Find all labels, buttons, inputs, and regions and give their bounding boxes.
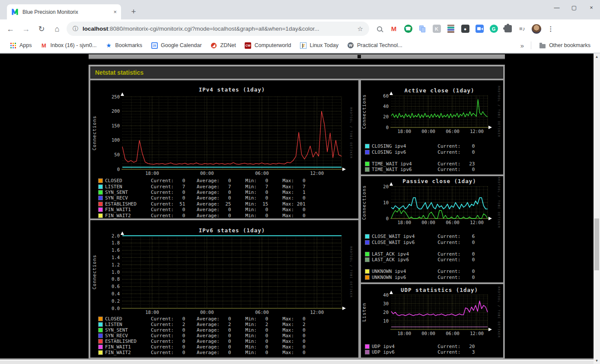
gmail-extension-icon[interactable]: M: [389, 24, 399, 34]
ipv6-states-legend: CLOSED Current: 0 Average: 0 Min: 0 Max:…: [90, 316, 358, 355]
other-bookmarks[interactable]: Other bookmarks: [536, 40, 594, 51]
legend-swatch: [365, 252, 369, 256]
bookmarks-overflow-chevron[interactable]: »: [518, 42, 527, 49]
voice-extension-icon[interactable]: ☎: [403, 24, 413, 34]
legend-text: UNKNOWN ipv6 Current: 0: [372, 275, 475, 280]
legend-text: LAST_ACK ipv6 Current: 0: [372, 257, 475, 263]
svg-text:12:00: 12:00: [310, 310, 324, 315]
passive-close-legend: CLOSE_WAIT ipv4 Current: 6CLOSE_WAIT ipv…: [361, 234, 503, 280]
legend-swatch: [99, 345, 102, 349]
monitorix-favicon-icon: [11, 8, 19, 16]
back-button[interactable]: ←: [4, 23, 16, 35]
wordpress-icon: W: [347, 42, 354, 49]
svg-text:150: 150: [112, 123, 120, 128]
legend-row: UNKNOWN ipv4 Current: 0: [361, 269, 503, 275]
udp-statistics-graph[interactable]: 1020304018:0000:0006:0012:00UDP statisti…: [361, 284, 503, 358]
legend-text: UDP ipv6 Current: 3: [372, 349, 475, 355]
bookmark-label: Practical Technol...: [357, 42, 402, 48]
legend-row: CLOSING ipv4 Current: 0: [361, 143, 503, 149]
browser-tab[interactable]: Blue Precision Monitorix ×: [7, 4, 121, 19]
legend-text: CLOSED Current: 0 Average: 0 Min: 0 Max:…: [105, 316, 306, 322]
svg-text:18:00: 18:00: [145, 310, 159, 315]
svg-text:1.0: 1.0: [112, 269, 120, 275]
bookmark-linux-today[interactable]: |tLinux Today: [296, 40, 342, 51]
svg-text:18:00: 18:00: [398, 129, 412, 134]
svg-text:30: 30: [383, 301, 389, 306]
page-scrollbar[interactable]: ▲ ▼: [594, 54, 600, 364]
copy-pages-extension-icon[interactable]: [417, 24, 428, 34]
bookmark-apps[interactable]: Apps: [6, 40, 35, 51]
reload-button[interactable]: ↻: [35, 23, 48, 35]
address-bar[interactable]: ⓘ localhost:8080/monitorix-cgi/monitorix…: [67, 22, 369, 36]
svg-text:Passive close (1day): Passive close (1day): [402, 178, 476, 184]
legend-text: FIN_WAIT1 Current: 0 Average: 0 Min: 0 M…: [105, 344, 306, 350]
active-close-graph[interactable]: 020406018:0000:0006:0012:00Active close …: [361, 80, 503, 174]
tab-strip: Blue Precision Monitorix × + — ▢ ×: [0, 0, 600, 19]
scrollbar-thumb[interactable]: [594, 218, 599, 270]
new-tab-button[interactable]: +: [128, 6, 139, 17]
site-info-icon[interactable]: ⓘ: [73, 25, 78, 33]
svg-text:IPv6 states (1day): IPv6 states (1day): [199, 227, 265, 234]
bookmark-inbox[interactable]: MInbox (16) - sjvn0...: [37, 40, 100, 51]
media-list-extension-icon[interactable]: ≡♪: [517, 24, 527, 34]
scroll-up-icon[interactable]: ▲: [594, 54, 600, 60]
legend-row: FIN_WAIT2 Current: 0 Average: 0 Min: 0 M…: [90, 350, 358, 355]
svg-text:20: 20: [383, 114, 389, 119]
legend-text: TIME_WAIT ipv6 Current: 0: [372, 167, 475, 172]
legend-swatch: [99, 334, 102, 338]
legend-text: FIN_WAIT2 Current: 0 Average: 0 Min: 0 M…: [105, 213, 306, 218]
bookmark-star-icon[interactable]: ☆: [357, 25, 363, 33]
ipv6-states-graph[interactable]: 0.00.20.40.60.81.01.21.41.61.82.018:0000…: [90, 220, 358, 358]
section-title: Netstat statistics: [95, 69, 144, 76]
scroll-down-icon[interactable]: ▼: [594, 358, 600, 364]
books-stack-extension-icon[interactable]: [446, 24, 456, 34]
recorder-extension-icon[interactable]: K: [431, 24, 442, 34]
maximize-icon[interactable]: ▢: [571, 4, 578, 11]
svg-text:0.8: 0.8: [112, 276, 120, 282]
browser-menu-icon[interactable]: ⋮: [546, 24, 556, 34]
legend-row: CLOSE_WAIT ipv6 Current: 0: [361, 240, 503, 246]
legend-text: UNKNOWN ipv4 Current: 0: [372, 269, 475, 274]
home-button[interactable]: ⌂: [51, 23, 63, 35]
legend-text: ESTABLISHED Current: 0 Average: 0 Min: 0…: [105, 339, 306, 344]
legend-row: UDP ipv6 Current: 3: [361, 349, 503, 355]
puzzle-extensions-icon[interactable]: [503, 24, 513, 34]
ipv4-states-graph[interactable]: 05010015020025018:0000:0006:0012:00IPv4 …: [90, 80, 358, 218]
svg-text:IPv4 states (1day): IPv4 states (1day): [199, 86, 265, 93]
legend-swatch: [99, 202, 102, 206]
close-icon[interactable]: ×: [588, 4, 595, 11]
bookmark-practical-technology[interactable]: WPractical Technol...: [344, 40, 406, 51]
svg-text:Connections: Connections: [92, 255, 97, 290]
forward-button[interactable]: →: [20, 23, 32, 35]
bookmark-zdnet[interactable]: ◢ZDNet: [207, 40, 239, 51]
svg-text:0.6: 0.6: [112, 284, 120, 289]
next-section-edge: [0, 360, 594, 364]
svg-text:1.6: 1.6: [112, 247, 120, 253]
apps-grid-icon: [10, 42, 16, 49]
passive-close-graph[interactable]: 0102018:0000:0006:0012:00Passive close (…: [361, 176, 503, 282]
computerworld-icon: CW: [245, 42, 252, 49]
minimize-icon[interactable]: —: [553, 4, 560, 11]
legend-row: TIME_WAIT ipv6 Current: 0: [361, 167, 503, 173]
svg-text:1.4: 1.4: [112, 255, 120, 260]
svg-text:12:00: 12:00: [470, 129, 484, 134]
legend-swatch: [99, 196, 102, 200]
svg-text:00:00: 00:00: [421, 129, 435, 134]
legend-swatch: [365, 150, 369, 154]
tab-close-icon[interactable]: ×: [113, 9, 117, 15]
svg-text:Connections: Connections: [361, 94, 367, 129]
url-text[interactable]: localhost:8080/monitorix-cgi/monitorix.c…: [83, 25, 354, 32]
meet-camera-extension-icon[interactable]: [474, 24, 485, 34]
bookmark-bookmarks[interactable]: ★Bookmarks: [102, 40, 146, 51]
bookmark-computerworld[interactable]: CWComputerworld: [241, 40, 295, 51]
profile-avatar[interactable]: [531, 24, 542, 34]
svg-text:2.0: 2.0: [112, 233, 120, 238]
svg-text:0.2: 0.2: [112, 298, 120, 304]
grammarly-extension-icon[interactable]: G: [488, 24, 499, 34]
lamp-extension-icon[interactable]: ●: [460, 24, 470, 34]
search-extension-icon[interactable]: [374, 24, 385, 34]
legend-row: SYN_SENT Current: 0 Average: 0 Min: 0 Ma…: [90, 190, 358, 195]
legend-text: TIME_WAIT ipv4 Current: 23: [372, 161, 475, 167]
bookmark-google-calendar[interactable]: 28Google Calendar: [147, 40, 205, 51]
svg-text:20: 20: [383, 184, 389, 189]
